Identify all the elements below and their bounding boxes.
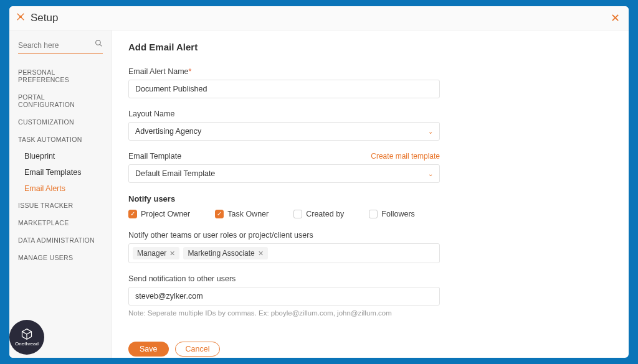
brand-badge[interactable]: Onethread xyxy=(9,320,44,355)
field-notify-users: Notify users Project Owner Task Owner Cr… xyxy=(128,194,612,218)
checkbox-icon xyxy=(128,210,137,218)
checkbox-label: Project Owner xyxy=(141,210,190,218)
layout-select[interactable]: Advertising Agency ⌄ xyxy=(128,122,440,141)
checkbox-label: Followers xyxy=(381,210,415,218)
create-template-link[interactable]: Create mail template xyxy=(371,152,440,161)
alert-name-label: Email Alert Name* xyxy=(128,67,612,76)
checkbox-label: Created by xyxy=(306,210,344,218)
tag-label: Marketing Associate xyxy=(188,249,254,258)
setup-modal: Setup ✕ PERSONAL PREFERENCES PORTAL CONF… xyxy=(9,6,629,358)
notify-teams-input[interactable]: Manager ✕ Marketing Associate ✕ xyxy=(128,243,440,263)
sidebar-sub-email-alerts[interactable]: Email Alerts xyxy=(9,180,112,197)
checkbox-project-owner[interactable]: Project Owner xyxy=(128,210,190,218)
modal-header: Setup ✕ xyxy=(9,6,629,30)
checkbox-icon xyxy=(215,210,224,218)
close-icon[interactable]: ✕ xyxy=(611,11,620,25)
sidebar-item-customization[interactable]: CUSTOMIZATION xyxy=(9,113,112,131)
template-value: Default Email Template xyxy=(135,169,215,178)
field-notify-teams: Notify other teams or user roles or proj… xyxy=(128,231,612,263)
other-users-label: Send notification to other users xyxy=(128,274,612,283)
chevron-down-icon: ⌄ xyxy=(428,128,433,135)
svg-line-2 xyxy=(100,44,102,46)
content-area: Add Email Alert Email Alert Name* Docume… xyxy=(112,30,629,358)
alert-name-input[interactable]: Document Published xyxy=(128,80,440,98)
tag-marketing-associate: Marketing Associate ✕ xyxy=(183,247,267,259)
checkbox-created-by[interactable]: Created by xyxy=(293,210,344,218)
sidebar-item-marketplace[interactable]: MARKETPLACE xyxy=(9,214,112,231)
modal-title: Setup xyxy=(31,12,58,24)
chevron-down-icon: ⌄ xyxy=(428,170,433,177)
modal-body: PERSONAL PREFERENCES PORTAL CONFIGURATIO… xyxy=(9,30,629,358)
sidebar-item-issue-tracker[interactable]: ISSUE TRACKER xyxy=(9,197,112,214)
field-template: Email Template Create mail template Defa… xyxy=(128,152,612,183)
required-asterisk: * xyxy=(189,67,192,76)
tag-remove-icon[interactable]: ✕ xyxy=(258,250,264,258)
sidebar-item-personal-preferences[interactable]: PERSONAL PREFERENCES xyxy=(9,63,112,88)
checkbox-followers[interactable]: Followers xyxy=(369,210,415,218)
sidebar-item-task-automation[interactable]: TASK AUTOMATION xyxy=(9,131,112,148)
tag-label: Manager xyxy=(137,249,166,258)
field-layout: Layout Name Advertising Agency ⌄ xyxy=(128,110,612,141)
page-title: Add Email Alert xyxy=(128,42,612,52)
brand-label: Onethread xyxy=(15,341,39,347)
layout-value: Advertising Agency xyxy=(135,127,201,136)
setup-icon xyxy=(16,12,26,24)
brand-cube-icon xyxy=(21,328,33,340)
search-wrap xyxy=(18,39,103,54)
search-input[interactable] xyxy=(18,41,103,50)
layout-label: Layout Name xyxy=(128,110,612,118)
action-row: Save Cancel xyxy=(128,342,612,357)
field-other-users: Send notification to other users steveb@… xyxy=(128,274,612,317)
template-label: Email Template xyxy=(128,152,181,161)
tag-remove-icon[interactable]: ✕ xyxy=(169,250,175,258)
template-select[interactable]: Default Email Template ⌄ xyxy=(128,164,440,183)
notify-teams-label: Notify other teams or user roles or proj… xyxy=(128,231,612,240)
checkbox-label: Task Owner xyxy=(227,210,269,218)
sidebar-item-manage-users[interactable]: MANAGE USERS xyxy=(9,249,112,266)
checkbox-icon xyxy=(369,210,378,218)
search-icon[interactable] xyxy=(95,39,103,49)
checkbox-icon xyxy=(293,210,302,218)
svg-point-1 xyxy=(96,40,101,45)
notify-title: Notify users xyxy=(128,194,612,203)
sidebar: PERSONAL PREFERENCES PORTAL CONFIGURATIO… xyxy=(9,30,112,358)
other-users-note: Note: Seperate multiple IDs by commas. E… xyxy=(128,309,612,317)
sidebar-item-data-administration[interactable]: DATA ADMINISTRATION xyxy=(9,231,112,249)
cancel-button[interactable]: Cancel xyxy=(175,342,221,357)
sidebar-item-portal-configuration[interactable]: PORTAL CONFIGURATION xyxy=(9,88,112,113)
field-alert-name: Email Alert Name* Document Published xyxy=(128,67,612,98)
sidebar-sub-blueprint[interactable]: Blueprint xyxy=(9,148,112,164)
sidebar-sub-email-templates[interactable]: Email Templates xyxy=(9,164,112,180)
checkbox-task-owner[interactable]: Task Owner xyxy=(215,210,269,218)
save-button[interactable]: Save xyxy=(128,342,169,357)
template-label-row: Email Template Create mail template xyxy=(128,152,440,161)
alert-name-label-text: Email Alert Name xyxy=(128,67,189,76)
notify-checkbox-row: Project Owner Task Owner Created by Foll… xyxy=(128,210,612,218)
modal-header-left: Setup xyxy=(16,12,58,24)
other-users-input[interactable]: steveb@zylker.com xyxy=(128,287,440,306)
tag-manager: Manager ✕ xyxy=(133,247,179,259)
